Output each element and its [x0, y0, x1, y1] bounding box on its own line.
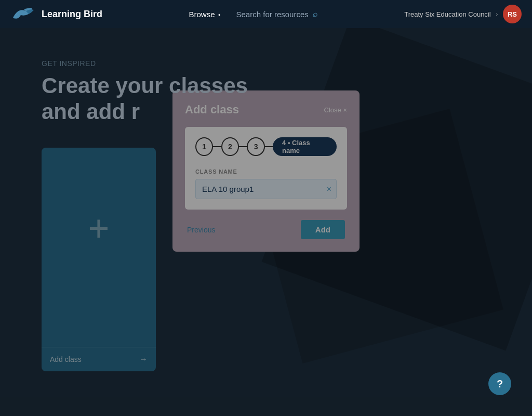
browse-link[interactable]: Browse ⬧ [189, 10, 220, 19]
nav-right: Treaty Six Education Council › RS [404, 5, 522, 23]
navbar: Learning Bird Browse ⬧ Search for resour… [0, 0, 532, 28]
search-area[interactable]: Search for resources ⌕ [236, 9, 318, 19]
browse-label: Browse [189, 10, 215, 19]
overlay [0, 28, 532, 416]
search-icon[interactable]: ⌕ [313, 9, 318, 19]
logo-area[interactable]: Learning Bird [10, 5, 102, 23]
logo-icon [10, 5, 36, 23]
org-name[interactable]: Treaty Six Education Council [404, 10, 490, 18]
search-label: Search for resources [236, 10, 309, 19]
nav-center: Browse ⬧ Search for resources ⌕ [102, 9, 404, 19]
browse-chevron-icon: ⬧ [218, 11, 221, 17]
app-name: Learning Bird [42, 9, 102, 20]
main-background: Get inspired Create your classesand add … [0, 28, 532, 416]
org-chevron-icon: › [496, 11, 498, 17]
avatar[interactable]: RS [503, 5, 522, 23]
help-button[interactable]: ? [488, 372, 511, 395]
